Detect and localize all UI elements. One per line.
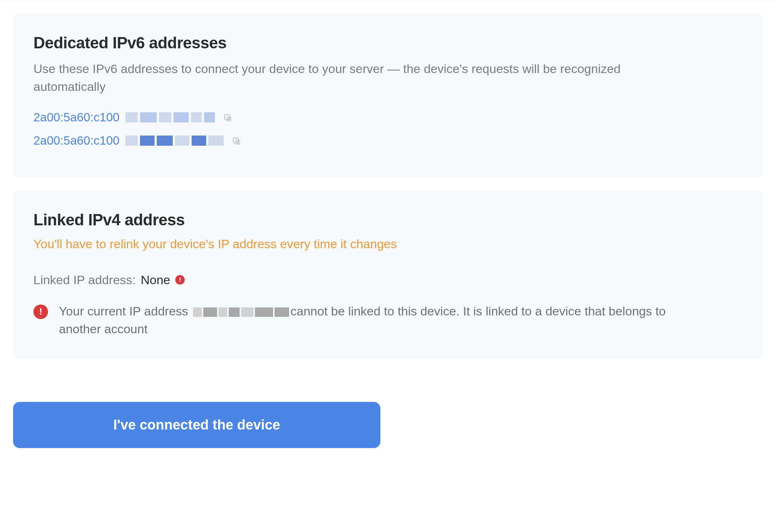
ipv6-title: Dedicated IPv6 addresses — [33, 34, 743, 52]
copy-icon[interactable] — [223, 112, 233, 122]
ip-conflict-text: Your current IP address cannot be linked… — [59, 302, 684, 338]
ipv6-address-redacted — [125, 136, 224, 146]
page-root: Dedicated IPv6 addresses Use these IPv6 … — [0, 0, 776, 532]
ipv6-card: Dedicated IPv6 addresses Use these IPv6 … — [13, 13, 763, 177]
svg-rect-0 — [226, 116, 231, 121]
ipv6-address-redacted — [125, 112, 215, 122]
ipv6-address-row: 2a00:5a60:c100 — [33, 110, 743, 124]
linked-ip-line: Linked IP address: None ! — [33, 273, 743, 287]
alert-icon: ! — [33, 305, 48, 319]
connected-device-button[interactable]: I've connected the device — [13, 402, 380, 448]
ip-conflict-alert: ! Your current IP address cannot be link… — [33, 302, 743, 338]
ipv6-address-prefix: 2a00:5a60:c100 — [33, 134, 120, 148]
ipv4-title: Linked IPv4 address — [33, 211, 743, 229]
ipv6-description: Use these IPv6 addresses to connect your… — [33, 60, 652, 96]
current-ip-redacted — [193, 307, 289, 317]
alert-text-prefix: Your current IP address — [59, 304, 192, 318]
ipv6-address-row: 2a00:5a60:c100 — [33, 134, 743, 148]
ipv6-address-prefix: 2a00:5a60:c100 — [33, 110, 120, 124]
linked-ip-value: None — [141, 273, 170, 287]
alert-icon: ! — [175, 275, 185, 285]
ipv4-card: Linked IPv4 address You'll have to relin… — [13, 190, 763, 359]
linked-ip-label: Linked IP address: — [33, 273, 136, 287]
svg-rect-2 — [235, 140, 240, 145]
copy-icon[interactable] — [232, 136, 242, 146]
ipv4-warning: You'll have to relink your device's IP a… — [33, 237, 743, 251]
